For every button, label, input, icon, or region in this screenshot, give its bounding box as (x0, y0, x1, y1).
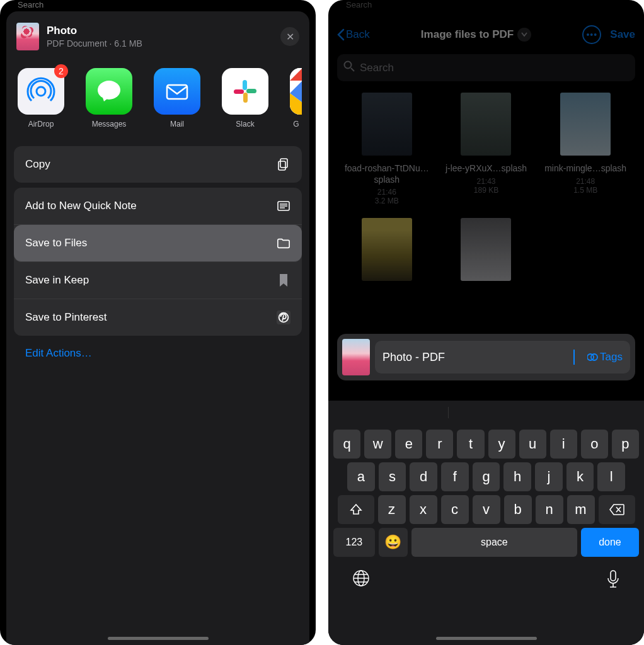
quick-note-action[interactable]: Add to New Quick Note (14, 188, 302, 225)
svg-rect-9 (279, 161, 285, 170)
share-apps-row[interactable]: 2 AirDrop Messages Mail Slack (14, 62, 302, 141)
home-indicator[interactable] (108, 637, 209, 640)
backspace-icon (609, 504, 624, 515)
more-button[interactable]: ••• (582, 25, 601, 44)
key-q[interactable]: q (333, 430, 360, 459)
messages-icon (86, 68, 132, 115)
chevron-down-icon (517, 28, 531, 42)
key-o[interactable]: o (581, 430, 608, 459)
key-numbers[interactable]: 123 (333, 528, 375, 557)
key-d[interactable]: d (410, 462, 437, 491)
prev-screen-label: Search (18, 0, 43, 9)
svg-rect-2 (167, 85, 187, 99)
app-partial[interactable]: G (290, 68, 302, 128)
key-s[interactable]: s (379, 462, 406, 491)
key-done[interactable]: done (581, 528, 639, 557)
tags-label: Tags (600, 351, 623, 363)
svg-rect-4 (246, 89, 256, 93)
document-thumbnail (342, 339, 370, 375)
ellipsis-icon: ••• (586, 30, 597, 40)
svg-rect-6 (234, 89, 244, 94)
keyboard-bottom-row (331, 561, 641, 610)
app-messages[interactable]: Messages (86, 68, 132, 128)
action-group-main: Add to New Quick Note Save to Files Save… (14, 188, 302, 336)
key-r[interactable]: r (426, 430, 453, 459)
key-shift[interactable] (338, 495, 374, 524)
key-c[interactable]: c (441, 495, 469, 524)
app-slack[interactable]: Slack (222, 68, 268, 128)
key-w[interactable]: w (364, 430, 391, 459)
action-label: Save in Keep (25, 274, 89, 287)
keyboard-row-2: a s d f g h j k l (333, 462, 639, 491)
chevron-left-icon (337, 28, 345, 41)
share-sheet: Photo PDF Document · 6.1 MB ✕ 2 AirDrop … (6, 11, 309, 645)
app-label: Slack (236, 120, 254, 128)
key-a[interactable]: a (347, 462, 375, 491)
key-m[interactable]: m (567, 495, 595, 524)
filename-field[interactable]: Photo - PDF Tags (375, 341, 630, 374)
key-n[interactable]: n (536, 495, 563, 524)
file-item[interactable] (340, 218, 434, 281)
key-space[interactable]: space (411, 528, 577, 557)
key-l[interactable]: l (597, 462, 625, 491)
key-p[interactable]: p (612, 430, 639, 459)
copy-action[interactable]: Copy (14, 146, 302, 183)
save-keep-action[interactable]: Save in Keep (14, 262, 302, 299)
keyboard-row-3: z x c v b n m (333, 495, 639, 524)
app-mail[interactable]: Mail (154, 68, 200, 128)
key-v[interactable]: v (473, 495, 500, 524)
share-title: Photo (47, 25, 142, 37)
key-i[interactable]: i (550, 430, 577, 459)
key-y[interactable]: y (488, 430, 515, 459)
app-airdrop[interactable]: 2 AirDrop (18, 68, 64, 128)
slack-icon (222, 68, 268, 115)
key-j[interactable]: j (535, 462, 563, 491)
app-label: Mail (170, 120, 184, 128)
app-label: Messages (92, 120, 127, 128)
home-indicator[interactable] (436, 637, 537, 640)
file-thumbnail (560, 93, 611, 156)
file-item[interactable]: mink-mingle…splash 21:48 1.5 MB (538, 93, 633, 205)
prev-screen-label: Search (346, 0, 372, 9)
mail-icon (154, 68, 200, 115)
back-button[interactable]: Back (337, 28, 370, 41)
dictation-button[interactable] (606, 569, 620, 593)
key-e[interactable]: e (395, 430, 422, 459)
file-item[interactable]: j-lee-yRXuX…splash 21:43 189 KB (439, 93, 534, 205)
folder-title-button[interactable]: Image files to PDF (421, 28, 531, 42)
nav-bar: Back Image files to PDF ••• Save (328, 0, 644, 50)
search-field[interactable]: Search (337, 54, 635, 81)
save-button[interactable]: Save (610, 28, 635, 41)
file-item[interactable]: foad-roshan-TtDNu…splash 21:46 3.2 MB (340, 93, 434, 205)
file-date: 21:43 (476, 177, 495, 186)
close-button[interactable]: ✕ (280, 27, 299, 46)
share-subtitle: PDF Document · 6.1 MB (47, 38, 142, 49)
key-t[interactable]: t (457, 430, 484, 459)
quick-note-icon (277, 199, 290, 213)
edit-actions-link[interactable]: Edit Actions… (14, 336, 302, 371)
suggestion-bar[interactable] (331, 407, 641, 426)
key-emoji[interactable]: 😀 (379, 528, 408, 557)
app-label: AirDrop (28, 120, 54, 128)
svg-rect-3 (243, 80, 247, 90)
key-h[interactable]: h (503, 462, 531, 491)
key-backspace[interactable] (599, 495, 635, 524)
file-name: j-lee-yRXuX…splash (446, 163, 527, 174)
tags-button[interactable]: Tags (587, 351, 623, 363)
save-to-files-action[interactable]: Save to Files (14, 225, 302, 262)
airdrop-badge: 2 (54, 64, 68, 78)
key-g[interactable]: g (473, 462, 500, 491)
key-f[interactable]: f (441, 462, 469, 491)
key-k[interactable]: k (566, 462, 594, 491)
action-label: Add to New Quick Note (25, 200, 137, 212)
file-item[interactable] (439, 218, 534, 281)
save-pinterest-action[interactable]: Save to Pinterest (14, 299, 302, 336)
filename-value: Photo - PDF (382, 351, 572, 364)
key-b[interactable]: b (504, 495, 532, 524)
key-u[interactable]: u (519, 430, 546, 459)
key-x[interactable]: x (410, 495, 437, 524)
app-label: G (293, 120, 299, 128)
key-z[interactable]: z (378, 495, 406, 524)
globe-button[interactable] (352, 569, 370, 593)
file-name: foad-roshan-TtDNu…splash (340, 163, 434, 185)
